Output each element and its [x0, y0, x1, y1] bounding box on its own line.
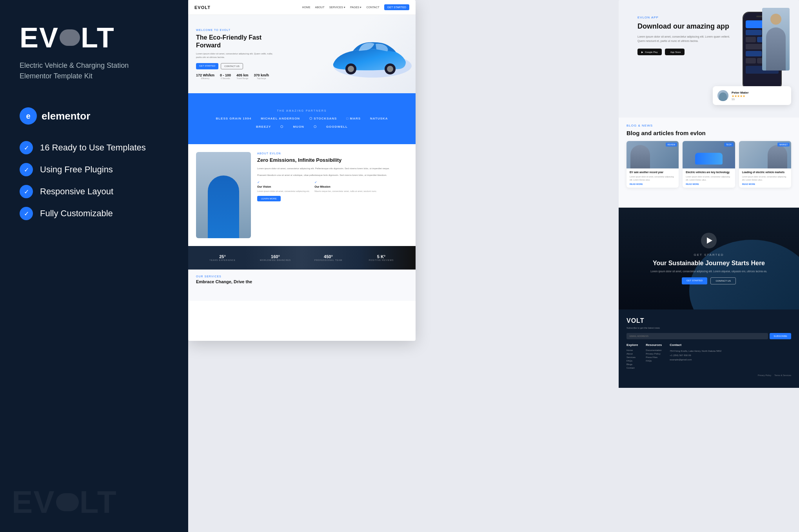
logo-lt: LT [81, 24, 115, 52]
partner-2: MICHAEL ANDERSON [261, 117, 300, 120]
right-panel: EVOLT HOME ABOUT SERVICES ▾ PAGES ▾ CONT… [188, 0, 799, 532]
app-section-label: EVLON APP [637, 16, 731, 19]
hero-btn-primary[interactable]: GET STARTED [196, 63, 218, 69]
person-head-small [770, 14, 781, 25]
footer-link-services[interactable]: Services [626, 356, 638, 358]
footer-link-blogs[interactable]: Blogs [626, 363, 638, 366]
cta-btn-primary[interactable]: GET STARTED [682, 277, 707, 284]
review-avatar-shape [719, 92, 727, 101]
blog-person-3 [768, 145, 787, 168]
stats-item-4: 5 K° POSITIVE REVIEWS [355, 254, 408, 261]
app-section-title: Download our amazing app [637, 22, 731, 31]
logo-v: V [39, 24, 59, 52]
stat-4: 370 km/h Topcharge [254, 73, 269, 80]
stat-2: 0 - 100 0 Seconds [220, 73, 231, 80]
stat-1: 172 Wh/km Efficiency [196, 73, 214, 80]
footer-explore-title: Explore [626, 343, 638, 347]
footer-resources-col: Resources Documentation Privacy Policy P… [646, 343, 662, 370]
check-icon-4: ✓ [20, 207, 33, 220]
mock-partners: THE AMAZING PARTNERS BLESS GRAIN 1994 MI… [188, 93, 416, 144]
partner-3: ⬡ STOCKSANS [309, 117, 337, 120]
partner-4: □ MARS [346, 117, 361, 120]
footer-tagline: Subscribe to get the latest news [626, 327, 791, 329]
hero-btn-outline[interactable]: CONTACT US [221, 63, 243, 69]
stats-label-1: YEARS EXPERIENCE [196, 259, 249, 261]
footer-brand: VOLT [626, 317, 791, 324]
mock-hero: WELCOME TO EVOLT The Eco-Friendly Fast F… [188, 15, 416, 93]
mock-partners-label: THE AMAZING PARTNERS [277, 109, 327, 112]
footer-terms-link[interactable]: Terms & Services [774, 374, 791, 376]
mock-services-title: Embrace Change, Drive the [196, 279, 408, 284]
nav-services: SERVICES ▾ [329, 6, 345, 9]
review-avatar [717, 90, 728, 101]
play-triangle-icon [707, 237, 712, 244]
partner-9: ⬡ [314, 125, 317, 128]
blog-card-link-3[interactable]: READ MORE [742, 183, 788, 185]
mock-partner-row-1: BLESS GRAIN 1994 MICHAEL ANDERSON ⬡ STOC… [216, 117, 388, 120]
phone-block-3 [746, 37, 756, 42]
feature-text-1: 16 Ready to Use Templates [40, 143, 146, 153]
footer-link-faqs2[interactable]: FAQs [646, 360, 662, 362]
mock-footer: VOLT Subscribe to get the latest news SU… [619, 309, 799, 388]
footer-email-input[interactable] [626, 333, 768, 339]
vision-col: ✓ Our Vision Lorem ipsum dolor sit amet,… [257, 181, 310, 193]
feature-item-2: ✓ Using Free Plugins [20, 163, 169, 176]
feature-text-2: Using Free Plugins [40, 165, 113, 175]
mock-hero-stats: 172 Wh/km Efficiency 0 - 100 0 Seconds 4… [196, 73, 274, 80]
google-play-btn[interactable]: ▶ Google Play [637, 49, 662, 55]
stat-val-3: 405 km [236, 73, 249, 77]
footer-link-press[interactable]: Press Files [646, 356, 662, 358]
video-cta-section: GET STARTED Your Sustainable Journey Sta… [619, 208, 799, 309]
footer-cols: Explore Home About Services FAQs Blogs C… [626, 343, 791, 370]
stats-item-3: 450° PROFESSIONAL TEAM [302, 254, 355, 261]
blog-tag-2: TECH [724, 143, 734, 147]
footer-privacy-link[interactable]: Privacy Policy [758, 374, 771, 376]
mock-nav: EVOLT HOME ABOUT SERVICES ▾ PAGES ▾ CONT… [188, 0, 416, 15]
mock-about-title: Zero Emissions, Infinite Possibility [257, 157, 408, 164]
feature-text-4: Fully Customizable [40, 208, 113, 219]
footer-link-home[interactable]: Home [626, 349, 638, 351]
blog-card-img-3: MARKET [739, 141, 791, 168]
footer-link-contact[interactable]: Contact [626, 367, 638, 369]
footer-subscribe-btn[interactable]: SUBSCRIBE [770, 333, 791, 339]
mock-nav-logo: EVOLT [194, 5, 211, 10]
svg-point-2 [348, 66, 354, 72]
play-button[interactable] [701, 233, 717, 248]
elementor-label: elementor [42, 110, 90, 122]
stats-label-2: WORLDWIDE BRANCHES [249, 259, 302, 261]
nav-cta-btn[interactable]: GET STARTED [384, 4, 409, 10]
blog-card-img-2: TECH [683, 141, 735, 168]
phone-block-7 [746, 51, 762, 56]
stats-val-1: 25° [196, 254, 249, 259]
learn-more-btn[interactable]: LEARN MORE [257, 196, 281, 201]
blog-card-content-1: EV sale another record year Lorem ipsum … [626, 168, 679, 188]
blog-car-2 [695, 153, 723, 165]
stats-item-2: 160° WORLDWIDE BRANCHES [249, 254, 302, 261]
mock-services-label: OUR SERVICES [196, 275, 408, 278]
app-store-btn[interactable]: App Store [665, 49, 685, 55]
app-section-desc: Lorem ipsum dolor sit amet, consectetur … [637, 34, 731, 43]
footer-link-about[interactable]: About [626, 353, 638, 355]
nav-home: HOME [302, 6, 311, 9]
stats-label-4: POSITIVE REVIEWS [355, 259, 408, 261]
blog-card-3: MARKET Loading of electric vehicle marke… [739, 141, 791, 188]
blog-card-link-2[interactable]: READ MORE [686, 183, 732, 185]
blog-card-link-1[interactable]: READ MORE [630, 183, 676, 185]
video-cta-label: GET STARTED [694, 253, 724, 257]
mock-hero-text: WELCOME TO EVOLT The Eco-Friendly Fast F… [196, 29, 274, 79]
review-stars: ★★★★★ [732, 94, 749, 98]
partner-8: MUON [293, 125, 304, 128]
partner-7: ⬡ [280, 125, 283, 128]
footer-link-privacy[interactable]: Privacy Policy [646, 353, 662, 355]
blog-card-2: TECH Electric vehicles are key technolog… [683, 141, 735, 188]
partner-5: NATUSKA [370, 117, 388, 120]
blog-label: BLOG & NEWS [626, 124, 791, 127]
footer-link-faqs[interactable]: FAQs [626, 360, 638, 362]
mission-col: ✓ Our Mission Mauris neque leo, consecte… [314, 181, 377, 193]
features-list: ✓ 16 Ready to Use Templates ✓ Using Free… [20, 141, 169, 220]
blog-cards: REVIEW EV sale another record year Lorem… [626, 141, 791, 188]
cta-btn-outline[interactable]: CONTACT US [710, 277, 735, 284]
partner-6: BREEZY [256, 125, 271, 128]
footer-link-documentation[interactable]: Documentation [646, 349, 662, 351]
vision-desc: Lorem ipsum dolor sit amet, consectetur … [257, 190, 310, 193]
